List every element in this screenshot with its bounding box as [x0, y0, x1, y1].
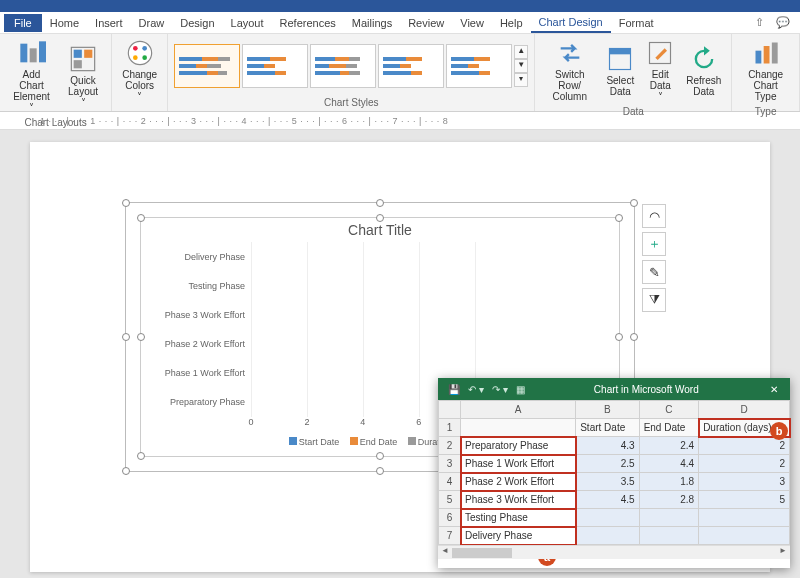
menu-insert[interactable]: Insert [87, 14, 131, 32]
row-header[interactable]: 6 [439, 509, 461, 527]
gallery-down[interactable]: ▼ [514, 59, 528, 73]
row-header[interactable]: 5 [439, 491, 461, 509]
cell[interactable]: Testing Phase [461, 509, 576, 527]
row-header[interactable]: 7 [439, 527, 461, 545]
quick-layout-button[interactable]: Quick Layout ˅ [61, 43, 105, 110]
resize-handle[interactable] [376, 467, 384, 475]
menu-chart-design[interactable]: Chart Design [531, 13, 611, 33]
resize-handle[interactable] [376, 199, 384, 207]
cell[interactable]: 4.5 [576, 491, 639, 509]
excel-save-icon[interactable]: 💾 [444, 384, 464, 395]
chart-elements-button[interactable]: ＋ [642, 232, 666, 256]
add-chart-element-button[interactable]: Add Chart Element ˅ [6, 37, 57, 115]
cell[interactable]: 1.8 [639, 473, 699, 491]
cell[interactable]: 4.3 [576, 437, 639, 455]
cell[interactable]: 2.8 [639, 491, 699, 509]
switch-row-column-button[interactable]: Switch Row/ Column [541, 37, 598, 104]
row-header[interactable]: 4 [439, 473, 461, 491]
cell[interactable] [639, 509, 699, 527]
scroll-left-icon[interactable]: ◄ [438, 546, 452, 560]
menu-draw[interactable]: Draw [131, 14, 173, 32]
col-header[interactable]: A [461, 401, 576, 419]
cell[interactable] [699, 509, 790, 527]
menu-view[interactable]: View [452, 14, 492, 32]
excel-datasheet-window[interactable]: 💾 ↶ ▾ ↷ ▾ ▦ Chart in Microsoft Word ✕ AB… [438, 378, 790, 568]
chart-filters-button[interactable]: ⧩ [642, 288, 666, 312]
col-header[interactable]: C [639, 401, 699, 419]
svg-rect-4 [74, 49, 82, 57]
refresh-data-button[interactable]: Refresh Data [682, 43, 725, 99]
quick-layout-icon [69, 45, 97, 73]
resize-handle[interactable] [122, 199, 130, 207]
resize-handle[interactable] [615, 214, 623, 222]
style-4[interactable] [378, 44, 444, 88]
cell[interactable]: 3.5 [576, 473, 639, 491]
row-header[interactable]: 1 [439, 419, 461, 437]
resize-handle[interactable] [376, 452, 384, 460]
menu-mailings[interactable]: Mailings [344, 14, 400, 32]
header-cell[interactable]: End Date [639, 419, 699, 437]
excel-redo-icon[interactable]: ↷ ▾ [488, 384, 512, 395]
cell[interactable] [576, 527, 639, 545]
excel-grid-icon[interactable]: ▦ [512, 384, 529, 395]
cell[interactable]: Delivery Phase [461, 527, 576, 545]
resize-handle[interactable] [376, 214, 384, 222]
share-icon[interactable]: ⇧ [749, 13, 770, 32]
style-1[interactable] [174, 44, 240, 88]
resize-handle[interactable] [137, 214, 145, 222]
gallery-up[interactable]: ▲ [514, 45, 528, 59]
cell[interactable]: 2.5 [576, 455, 639, 473]
col-header[interactable]: B [576, 401, 639, 419]
cell[interactable]: Phase 3 Work Effort [461, 491, 576, 509]
resize-handle[interactable] [615, 333, 623, 341]
row-header[interactable]: 2 [439, 437, 461, 455]
menu-layout[interactable]: Layout [223, 14, 272, 32]
resize-handle[interactable] [137, 333, 145, 341]
change-colors-button[interactable]: Change Colors ˅ [118, 37, 161, 104]
style-3[interactable] [310, 44, 376, 88]
excel-undo-icon[interactable]: ↶ ▾ [464, 384, 488, 395]
comments-icon[interactable]: 💬 [770, 13, 796, 32]
cell[interactable]: 5 [699, 491, 790, 509]
scroll-right-icon[interactable]: ► [776, 546, 790, 560]
cell[interactable]: 2.4 [639, 437, 699, 455]
row-header[interactable]: 3 [439, 455, 461, 473]
menu-file[interactable]: File [4, 14, 42, 32]
excel-sheet[interactable]: ABCD1Start DateEnd DateDuration (days)2P… [438, 400, 790, 545]
cell[interactable]: Preparatory Phase [461, 437, 576, 455]
menu-home[interactable]: Home [42, 14, 87, 32]
cell[interactable]: 4.4 [639, 455, 699, 473]
style-5[interactable] [446, 44, 512, 88]
col-header[interactable]: D [699, 401, 790, 419]
cell[interactable]: 3 [699, 473, 790, 491]
menu-references[interactable]: References [272, 14, 344, 32]
cell[interactable] [699, 527, 790, 545]
menu-help[interactable]: Help [492, 14, 531, 32]
cell[interactable]: Phase 1 Work Effort [461, 455, 576, 473]
resize-handle[interactable] [630, 333, 638, 341]
change-chart-type-button[interactable]: Change Chart Type [738, 37, 793, 104]
menu-design[interactable]: Design [172, 14, 222, 32]
header-cell[interactable] [461, 419, 576, 437]
excel-close-button[interactable]: ✕ [764, 384, 784, 395]
style-2[interactable] [242, 44, 308, 88]
scroll-thumb[interactable] [452, 548, 512, 558]
layout-options-button[interactable]: ◠ [642, 204, 666, 228]
cell[interactable]: Phase 2 Work Effort [461, 473, 576, 491]
resize-handle[interactable] [137, 452, 145, 460]
gallery-more[interactable]: ▾ [514, 73, 528, 87]
resize-handle[interactable] [122, 467, 130, 475]
excel-scrollbar-horizontal[interactable]: ◄ ► [438, 545, 790, 559]
menu-format[interactable]: Format [611, 14, 662, 32]
menu-review[interactable]: Review [400, 14, 452, 32]
chart-styles-button[interactable]: ✎ [642, 260, 666, 284]
edit-data-button[interactable]: Edit Data ˅ [642, 37, 678, 104]
cell[interactable]: 2 [699, 455, 790, 473]
cell[interactable] [576, 509, 639, 527]
select-data-button[interactable]: Select Data [602, 43, 638, 99]
col-header[interactable] [439, 401, 461, 419]
resize-handle[interactable] [630, 199, 638, 207]
header-cell[interactable]: Start Date [576, 419, 639, 437]
cell[interactable] [639, 527, 699, 545]
resize-handle[interactable] [122, 333, 130, 341]
